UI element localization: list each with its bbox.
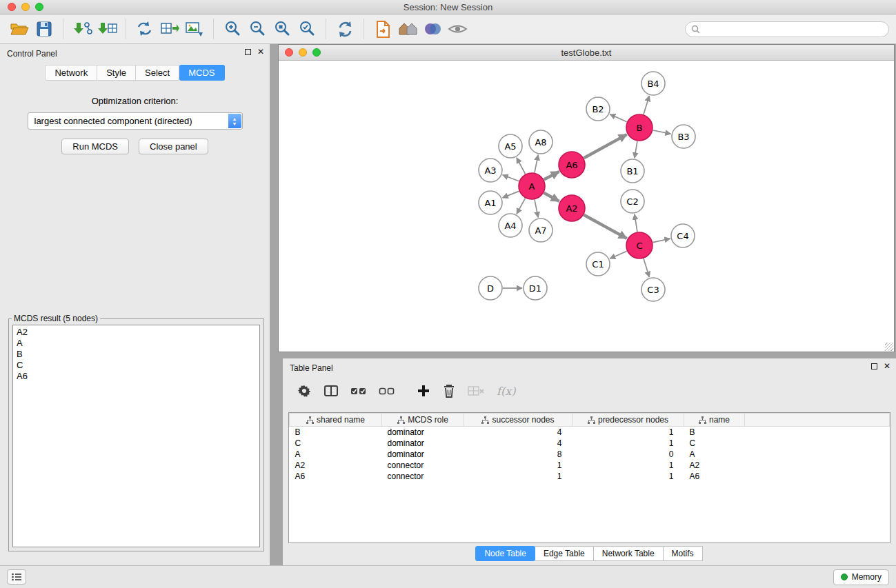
table-cell[interactable]: 1 [573, 460, 684, 471]
node-A7[interactable]: A7 [529, 219, 552, 242]
node-C2[interactable]: C2 [621, 190, 644, 213]
add-column-button[interactable] [417, 384, 430, 398]
search-input[interactable] [704, 24, 883, 34]
node-C1[interactable]: C1 [586, 252, 610, 276]
table-cell[interactable]: A6 [684, 471, 745, 482]
table-cell[interactable]: dominator [382, 438, 464, 449]
export-network-button[interactable] [132, 17, 157, 41]
edge-A-A3[interactable] [503, 175, 519, 181]
tab-style[interactable]: Style [97, 65, 136, 81]
edge-A-A7[interactable] [535, 200, 538, 218]
select-all-button[interactable] [350, 385, 367, 397]
delete-column-button[interactable] [442, 383, 456, 398]
venn-analysis-button[interactable] [420, 17, 445, 41]
table-cell[interactable]: C [290, 438, 382, 449]
import-table-button[interactable] [94, 17, 119, 41]
edge-C-C2[interactable] [635, 214, 637, 232]
node-A6[interactable]: A6 [559, 152, 585, 178]
memory-button[interactable]: Memory [833, 569, 889, 585]
edge-A6-B[interactable] [584, 134, 627, 158]
edge-B-B2[interactable] [610, 114, 627, 122]
table-cell[interactable]: 0 [573, 449, 684, 460]
edge-C-C1[interactable] [610, 251, 627, 258]
node-B3[interactable]: B3 [672, 125, 695, 148]
node-D1[interactable]: D1 [524, 276, 547, 300]
edge-A-A4[interactable] [517, 199, 525, 214]
node-B4[interactable]: B4 [641, 72, 665, 95]
table-cell[interactable]: 1 [464, 460, 573, 471]
node-A3[interactable]: A3 [479, 159, 502, 182]
open-document-button[interactable] [370, 17, 395, 41]
function-builder-button[interactable]: f(x) [497, 385, 515, 398]
node-B2[interactable]: B2 [586, 97, 610, 121]
table-cell[interactable]: A6 [290, 471, 382, 482]
edge-A-A1[interactable] [503, 191, 519, 198]
tab-select[interactable]: Select [136, 65, 179, 81]
close-panel-button[interactable]: Close panel [139, 139, 208, 154]
node-A5[interactable]: A5 [499, 134, 522, 158]
export-image-button[interactable] [182, 17, 207, 41]
table-row[interactable]: A6connector11A6 [290, 471, 890, 482]
table-cell[interactable]: dominator [382, 427, 464, 438]
node-A[interactable]: A [519, 173, 545, 199]
table-row[interactable]: Bdominator41B [290, 427, 890, 438]
tab-edge-table[interactable]: Edge Table [535, 546, 594, 561]
table-cell[interactable]: connector [382, 460, 464, 471]
edge-A-A2[interactable] [544, 193, 559, 201]
show-columns-button[interactable] [323, 384, 339, 398]
node-C4[interactable]: C4 [671, 224, 695, 247]
node-C[interactable]: C [626, 232, 653, 258]
close-table-panel-icon[interactable]: ✕ [884, 363, 890, 370]
float-panel-icon[interactable] [245, 49, 251, 55]
graphics-details-button[interactable] [445, 17, 470, 41]
open-session-button[interactable] [7, 17, 32, 41]
table-cell[interactable]: dominator [382, 449, 464, 460]
edge-B-B4[interactable] [644, 96, 649, 114]
zoom-selected-button[interactable] [295, 17, 319, 41]
column-header-predecessor-nodes[interactable]: predecessor nodes [573, 414, 684, 427]
optimization-dropdown[interactable]: largest connected component (directed) ▲… [28, 112, 243, 130]
deselect-all-button[interactable] [379, 385, 395, 397]
float-table-panel-icon[interactable] [871, 363, 877, 369]
tab-node-table[interactable]: Node Table [475, 546, 535, 561]
apply-layout-button[interactable] [332, 17, 357, 41]
node-A2[interactable]: A2 [559, 195, 585, 221]
table-row[interactable]: Adominator80A [290, 449, 890, 460]
tab-network[interactable]: Network [45, 65, 97, 81]
mcds-result-item[interactable]: C [17, 360, 256, 371]
edge-C-C4[interactable] [653, 239, 670, 243]
table-cell[interactable]: C [684, 438, 745, 449]
table-cell[interactable]: A [290, 449, 382, 460]
import-network-button[interactable] [70, 17, 94, 41]
mcds-result-item[interactable]: B [17, 349, 256, 360]
node-A1[interactable]: A1 [479, 191, 502, 214]
edge-B-B1[interactable] [635, 141, 637, 158]
tab-network-table[interactable]: Network Table [593, 546, 664, 561]
save-session-button[interactable] [32, 17, 57, 41]
table-settings-button[interactable] [297, 383, 312, 398]
column-header-shared-name[interactable]: shared name [290, 414, 382, 427]
table-cell[interactable]: 4 [464, 438, 573, 449]
edge-B-B3[interactable] [653, 130, 671, 134]
table-cell[interactable]: connector [382, 471, 464, 482]
table-cell[interactable]: 1 [573, 438, 684, 449]
zoom-fit-button[interactable] [270, 17, 295, 41]
mcds-result-item[interactable]: A [17, 338, 256, 349]
table-cell[interactable]: 4 [464, 427, 573, 438]
edge-A-A6[interactable] [544, 172, 559, 180]
table-cell[interactable]: A2 [684, 460, 745, 471]
node-D[interactable]: D [479, 276, 502, 300]
table-row[interactable]: A2connector11A2 [290, 460, 890, 471]
table-cell[interactable]: 1 [573, 427, 684, 438]
mcds-result-item[interactable]: A2 [17, 327, 256, 338]
network-graph[interactable]: B4B2BB3A5A8A6A3B1AC2A1A2A4A7C4CC1C3DD1 [279, 61, 894, 352]
export-table-button[interactable] [157, 17, 182, 41]
node-C3[interactable]: C3 [641, 278, 665, 301]
close-panel-icon[interactable]: ✕ [257, 48, 264, 56]
zoom-in-button[interactable] [220, 17, 245, 41]
delete-table-button[interactable] [468, 385, 485, 397]
window-resize-grip[interactable] [885, 343, 893, 351]
mcds-result-item[interactable]: A6 [17, 371, 256, 382]
tab-motifs[interactable]: Motifs [663, 546, 703, 561]
welcome-button[interactable] [395, 17, 420, 41]
